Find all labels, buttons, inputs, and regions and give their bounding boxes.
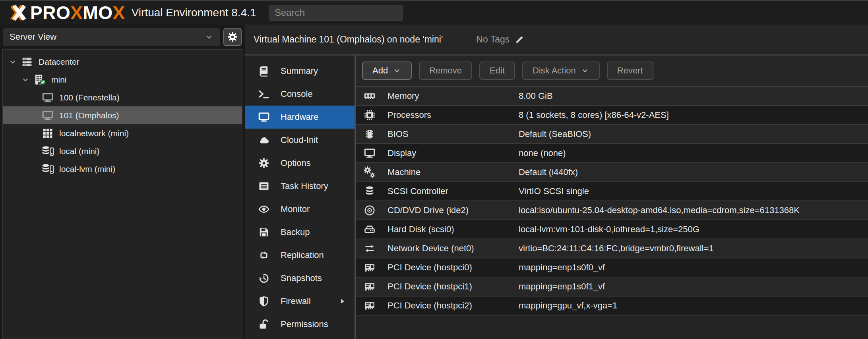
tab-snapshots[interactable]: Snapshots — [245, 267, 355, 290]
brand-part: X — [70, 2, 83, 23]
tab-label: Cloud-Init — [281, 135, 318, 145]
remove-button[interactable]: Remove — [419, 62, 472, 80]
tree-item-node-mini[interactable]: mini — [3, 71, 242, 89]
terminal-icon — [258, 88, 270, 100]
pci-card-icon — [361, 299, 378, 312]
add-button[interactable]: Add — [362, 62, 412, 80]
hardware-row-label: BIOS — [388, 129, 519, 139]
tab-label: Permissions — [281, 319, 328, 329]
tree-item-label: local-lvm (mini) — [59, 164, 115, 174]
hardware-toolbar: Add Remove Edit Disk Action Revert — [356, 56, 868, 87]
pencil-icon[interactable] — [514, 35, 525, 45]
hardware-row-pci1[interactable]: PCI Device (hostpci1) mapping=enp1s0f1_v… — [356, 277, 868, 297]
hardware-row-value: mapping=enp1s0f0_vf — [519, 262, 605, 273]
page-title: Virtual Machine 101 (Omphalos) on node '… — [254, 34, 443, 45]
chevron-down-icon[interactable] — [8, 58, 17, 66]
pci-card-icon — [361, 261, 378, 274]
proxmox-app: PROXMOX Virtual Environment 8.4.1 Server… — [0, 0, 868, 339]
hardware-row-value: local-lvm:vm-101-disk-0,iothread=1,size=… — [519, 224, 699, 235]
hardware-row-label: Memory — [388, 91, 519, 101]
tree-item-datacenter[interactable]: Datacenter — [3, 53, 242, 71]
tree-item-vm-100[interactable]: 100 (Fenestella) — [3, 89, 242, 106]
vm-monitor-icon — [41, 91, 54, 104]
bios-chip-icon — [361, 128, 378, 141]
tab-label: Monitor — [281, 204, 310, 214]
hardware-row-value: mapping=gpu_vf,x-vga=1 — [519, 300, 617, 311]
view-selector-dropdown[interactable]: Server View — [3, 28, 220, 46]
hardware-table: Memory 8.00 GiB P — [356, 87, 868, 316]
hardware-row-hard-disk[interactable]: Hard Disk (scsi0) local-lvm:vm-101-disk-… — [356, 220, 868, 239]
hardware-row-bios[interactable]: BIOS Default (SeaBIOS) — [356, 125, 868, 144]
tab-backup[interactable]: Backup — [245, 221, 355, 244]
hardware-row-machine[interactable]: Machine Default (i440fx) — [356, 163, 868, 182]
tab-label: Options — [281, 158, 311, 168]
tab-options[interactable]: Options — [245, 152, 355, 175]
search-box — [269, 5, 403, 21]
tab-summary[interactable]: Summary — [245, 60, 355, 83]
hardware-row-value: virtio=BC:24:11:C4:16:FC,bridge=vmbr0,fi… — [519, 243, 714, 254]
hardware-row-label: CD/DVD Drive (ide2) — [388, 205, 519, 216]
gear-icon — [227, 31, 238, 42]
chevron-down-icon — [393, 66, 401, 75]
hardware-row-label: Processors — [388, 110, 519, 120]
hardware-panel: Add Remove Edit Disk Action Revert — [356, 56, 868, 339]
hardware-row-pci0[interactable]: PCI Device (hostpci0) mapping=enp1s0f0_v… — [356, 258, 868, 277]
disk-action-button[interactable]: Disk Action — [522, 62, 600, 80]
view-options-button[interactable] — [223, 28, 242, 46]
tab-console[interactable]: Console — [245, 83, 355, 106]
display-icon — [361, 147, 378, 160]
revert-button[interactable]: Revert — [607, 62, 653, 80]
tab-permissions[interactable]: Permissions — [245, 313, 355, 336]
tab-firewall[interactable]: Firewall — [245, 290, 355, 313]
hardware-row-label: Display — [388, 148, 519, 158]
revert-button-label: Revert — [617, 65, 643, 76]
version-label: Virtual Environment 8.4.1 — [132, 6, 256, 19]
hardware-row-display[interactable]: Display none (none) — [356, 144, 868, 163]
hardware-row-label: Hard Disk (scsi0) — [388, 224, 519, 235]
hardware-row-processors[interactable]: Processors 8 (1 sockets, 8 cores) [x86-6… — [356, 106, 868, 125]
hardware-row-scsi-controller[interactable]: SCSI Controller VirtIO SCSI single — [356, 182, 868, 201]
tree-item-vm-101[interactable]: 101 (Omphalos) — [3, 106, 242, 124]
hardware-row-label: PCI Device (hostpci0) — [388, 262, 519, 273]
view-selector-label: Server View — [10, 32, 56, 42]
tree-item-label: localnetwork (mini) — [59, 129, 129, 138]
hardware-row-value: Default (SeaBIOS) — [519, 129, 591, 139]
node-building-icon — [33, 73, 46, 86]
tab-cloud-init[interactable]: Cloud-Init — [245, 129, 355, 152]
hardware-row-value: mapping=enp1s0f1_vf — [519, 281, 605, 292]
hardware-row-label: Network Device (net0) — [388, 243, 519, 254]
hardware-row-value: Default (i440fx) — [519, 167, 578, 177]
chevron-down-icon — [581, 66, 589, 75]
search-input[interactable] — [269, 5, 403, 21]
caret-right-icon — [338, 297, 347, 306]
hardware-row-network[interactable]: Network Device (net0) virtio=BC:24:11:C4… — [356, 239, 868, 258]
tree-item-sdn-localnetwork[interactable]: localnetwork (mini) — [3, 124, 242, 142]
machine-cogs-icon — [361, 166, 378, 179]
proxmox-logo-icon — [6, 2, 29, 23]
chevron-down-icon[interactable] — [21, 75, 30, 84]
remove-button-label: Remove — [429, 65, 462, 76]
tab-task-history[interactable]: Task History — [245, 175, 355, 198]
tab-hardware[interactable]: Hardware — [245, 106, 355, 129]
tree-item-label: local (mini) — [59, 146, 100, 156]
tree-item-storage-local-lvm[interactable]: local-lvm (mini) — [3, 160, 242, 178]
tree-item-storage-local[interactable]: local (mini) — [3, 142, 242, 160]
tags-editor[interactable]: No Tags — [476, 34, 525, 45]
tab-label: Replication — [281, 250, 324, 260]
brand-wordmark: PROXMOX — [30, 2, 125, 23]
list-icon — [258, 180, 270, 193]
tab-replication[interactable]: Replication — [245, 244, 355, 267]
history-icon — [258, 272, 270, 285]
hardware-row-memory[interactable]: Memory 8.00 GiB — [356, 87, 868, 106]
hardware-row-value: none (none) — [519, 148, 566, 158]
edit-button[interactable]: Edit — [479, 62, 515, 80]
hardware-row-pci2[interactable]: PCI Device (hostpci2) mapping=gpu_vf,x-v… — [356, 297, 868, 316]
tab-monitor[interactable]: Monitor — [245, 198, 355, 221]
hardware-row-value: 8.00 GiB — [519, 91, 553, 101]
hardware-row-cdrom[interactable]: CD/DVD Drive (ide2) local:iso/ubuntu-25.… — [356, 201, 868, 220]
tab-label: Hardware — [281, 112, 318, 122]
tree-item-label: Datacenter — [39, 57, 79, 67]
tab-label: Summary — [281, 66, 318, 76]
replication-arrows-icon — [258, 249, 270, 262]
resource-tree: Datacenter mini — [2, 49, 242, 339]
